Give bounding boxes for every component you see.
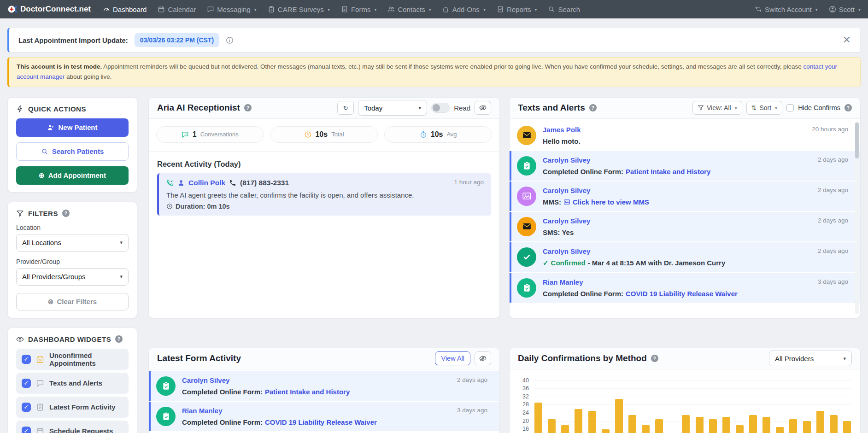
y-axis-tick: 28 bbox=[513, 401, 529, 408]
search-patients-button[interactable]: Search Patients bbox=[16, 142, 129, 161]
chat-icon bbox=[207, 6, 214, 13]
form-link[interactable]: Patient Intake and History bbox=[265, 388, 350, 396]
form-link[interactable]: COVID 19 Liability Release Waiver bbox=[626, 290, 738, 298]
person-plus-icon bbox=[47, 123, 54, 131]
widget-item-texts-and-alerts[interactable]: ✓ Texts and Alerts bbox=[16, 373, 129, 394]
incoming-call-icon bbox=[166, 179, 174, 187]
patient-name-link[interactable]: Carolyn Silvey bbox=[543, 156, 590, 164]
patient-name-link[interactable]: Rian Manley bbox=[182, 407, 223, 415]
clipboard-check-avatar-icon bbox=[517, 156, 536, 176]
alert-message: SMS: Yes bbox=[543, 228, 590, 236]
nav-menu: Dashboard Calendar Messaging ▾ CARE Surv… bbox=[103, 6, 743, 13]
form-link[interactable]: COVID 19 Liability Release Waiver bbox=[265, 418, 377, 426]
timestamp: 2 days ago bbox=[457, 376, 487, 396]
patient-name-link[interactable]: Carolyn Silvey bbox=[543, 247, 590, 255]
clear-filters-button[interactable]: ⊗ Clear Filters bbox=[16, 293, 129, 310]
sort-button[interactable]: ⇅ Sort▾ bbox=[746, 101, 782, 115]
bar bbox=[709, 419, 717, 433]
aria-panel-title: Aria AI Receptionist bbox=[157, 103, 240, 113]
timestamp: 20 hours ago bbox=[812, 126, 848, 145]
patient-name-link[interactable]: James Polk bbox=[543, 126, 581, 134]
alert-item[interactable]: Carolyn Silvey ✓Confirmed - Mar 4 at 8:1… bbox=[510, 242, 860, 272]
mms-link[interactable]: Click here to view MMS bbox=[563, 198, 649, 206]
nav-item-calendar[interactable]: Calendar bbox=[158, 6, 196, 13]
banner-text-after: about going live. bbox=[65, 73, 111, 80]
patient-name-link[interactable]: Carolyn Silvey bbox=[543, 217, 590, 225]
doc-icon bbox=[341, 6, 348, 13]
new-patient-button[interactable]: New Patient bbox=[16, 118, 129, 137]
help-icon[interactable]: ? bbox=[62, 210, 70, 217]
hide-panel-button[interactable] bbox=[475, 101, 491, 115]
help-icon[interactable]: ? bbox=[244, 104, 252, 111]
main-content: Aria AI Receptionist ? ↻ Today▾ Read 1 C… bbox=[148, 97, 861, 433]
alert-item[interactable]: Carolyn Silvey MMS: Click here to view M… bbox=[510, 181, 860, 211]
import-update-label: Last Appointment Import Update: bbox=[18, 36, 128, 44]
nav-item-reports[interactable]: Reports ▾ bbox=[497, 6, 537, 13]
help-icon[interactable]: ? bbox=[115, 335, 123, 343]
widget-item-schedule-requests[interactable]: ✓ Schedule Requests bbox=[16, 421, 129, 433]
call-duration: Duration: 0m 10s bbox=[176, 203, 230, 210]
bar bbox=[749, 415, 757, 433]
nav-item-switch-account[interactable]: Switch Account ▾ bbox=[755, 6, 818, 13]
bar bbox=[615, 399, 623, 433]
alert-item[interactable]: Rian Manley Completed Online Form: COVID… bbox=[149, 402, 499, 431]
hide-confirms-checkbox[interactable] bbox=[786, 104, 794, 111]
chevron-down-icon: ▾ bbox=[815, 7, 818, 12]
read-toggle[interactable] bbox=[431, 103, 450, 113]
alert-item[interactable]: James Polk Hello moto. 20 hours ago bbox=[510, 121, 860, 150]
location-select[interactable]: All Locations▾ bbox=[16, 234, 129, 252]
period-select[interactable]: Today▾ bbox=[358, 100, 427, 116]
nav-item-care-surveys[interactable]: CARE Surveys ▾ bbox=[268, 6, 330, 13]
alert-message: Completed Online Form: Patient Intake an… bbox=[543, 168, 710, 176]
bar bbox=[628, 415, 636, 433]
aria-stats-row: 1 Conversations 10s Total 10s Avg bbox=[149, 119, 499, 145]
checked-checkbox[interactable]: ✓ bbox=[22, 379, 31, 388]
caller-name-link[interactable]: Collin Polk bbox=[188, 179, 225, 187]
help-icon[interactable]: ? bbox=[651, 355, 658, 362]
provider-select[interactable]: All Providers/Groups▾ bbox=[16, 268, 129, 286]
nav-item-add-ons[interactable]: Add-Ons ▾ bbox=[442, 6, 486, 13]
checked-checkbox[interactable]: ✓ bbox=[22, 355, 31, 364]
hide-panel-button[interactable] bbox=[475, 351, 491, 365]
nav-item-messaging[interactable]: Messaging ▾ bbox=[207, 6, 257, 13]
help-icon[interactable]: ? bbox=[845, 104, 852, 111]
nav-item-scott[interactable]: Scott ▾ bbox=[829, 6, 861, 13]
help-icon[interactable]: ? bbox=[589, 104, 597, 111]
brand[interactable]: DoctorConnect.net bbox=[7, 5, 91, 14]
alert-item[interactable]: Rian Manley Completed Online Form: COVID… bbox=[510, 273, 860, 303]
alert-message: ✓Confirmed - Mar 4 at 8:15 AM with Dr. J… bbox=[543, 259, 725, 267]
checked-checkbox[interactable]: ✓ bbox=[22, 403, 31, 412]
form-link[interactable]: Patient Intake and History bbox=[626, 168, 710, 176]
scrollbar-thumb[interactable] bbox=[855, 123, 859, 158]
close-icon[interactable]: ✕ bbox=[843, 35, 851, 45]
view-filter-button[interactable]: View: All▾ bbox=[692, 101, 742, 115]
checked-checkbox[interactable]: ✓ bbox=[22, 427, 31, 433]
phone-icon bbox=[229, 179, 236, 187]
refresh-button[interactable]: ↻ bbox=[337, 101, 354, 115]
chart-provider-select[interactable]: All Providers▾ bbox=[769, 351, 852, 366]
alert-item[interactable]: Carolyn Silvey Completed Online Form: Pa… bbox=[510, 151, 860, 181]
nav-item-contacts[interactable]: Contacts ▾ bbox=[387, 6, 431, 13]
patient-name-link[interactable]: Rian Manley bbox=[543, 278, 583, 286]
patient-name-link[interactable]: Carolyn Silvey bbox=[543, 187, 590, 194]
widget-item-unconfirmed-appointments[interactable]: ✓ Unconfirmed Appointments bbox=[16, 349, 129, 370]
funnel-icon bbox=[16, 210, 24, 217]
patient-name-link[interactable]: Carolyn Silvey bbox=[182, 376, 229, 384]
bar bbox=[830, 415, 838, 433]
nav-item-search[interactable]: Search bbox=[548, 6, 580, 13]
timestamp: 2 days ago bbox=[818, 187, 848, 206]
alert-item[interactable]: Carolyn Silvey SMS: Yes 2 days ago bbox=[510, 212, 860, 241]
alert-message: Completed Online Form: COVID 19 Liabilit… bbox=[543, 290, 738, 298]
chevron-down-icon: ▾ bbox=[120, 274, 123, 280]
view-all-button[interactable]: View All bbox=[435, 351, 470, 365]
info-icon[interactable] bbox=[226, 36, 234, 44]
eye-slash-icon bbox=[479, 355, 487, 362]
chat-icon bbox=[36, 379, 44, 387]
widget-item-latest-form-activity[interactable]: ✓ Latest Form Activity bbox=[16, 397, 129, 418]
call-activity-card[interactable]: Collin Polk (817) 883-2331 1 hour ago Th… bbox=[157, 173, 491, 216]
bar bbox=[682, 415, 690, 433]
add-appointment-button[interactable]: ⊕Add Appointment bbox=[16, 166, 129, 185]
alert-item[interactable]: Carolyn Silvey Completed Online Form: Pa… bbox=[149, 371, 499, 401]
nav-item-dashboard[interactable]: Dashboard bbox=[103, 6, 147, 13]
nav-item-forms[interactable]: Forms ▾ bbox=[341, 6, 377, 13]
